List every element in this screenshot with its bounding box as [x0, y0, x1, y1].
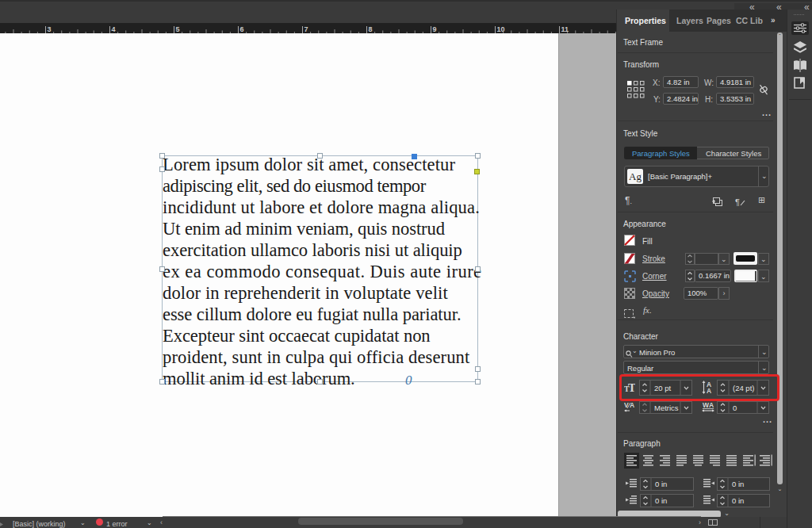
svg-text:A: A: [709, 402, 714, 409]
svg-text:3: 3: [48, 25, 52, 33]
svg-text:¶: ¶: [735, 197, 740, 207]
svg-text:0 in: 0 in: [732, 480, 744, 488]
svg-text:0 in: 0 in: [655, 496, 667, 505]
svg-text:0 in: 0 in: [655, 480, 667, 488]
svg-text:9: 9: [433, 25, 437, 33]
svg-text:8: 8: [369, 25, 373, 33]
svg-text:4: 4: [112, 25, 116, 33]
svg-text:Metrics: Metrics: [654, 404, 679, 412]
svg-text:0 in: 0 in: [732, 496, 744, 505]
svg-text:7: 7: [304, 25, 308, 33]
svg-text:0: 0: [733, 404, 737, 412]
svg-text:6: 6: [240, 25, 244, 33]
svg-text:10: 10: [497, 25, 505, 33]
svg-text:11: 11: [561, 25, 569, 33]
svg-text:5: 5: [176, 25, 180, 33]
svg-text:V: V: [624, 402, 629, 409]
